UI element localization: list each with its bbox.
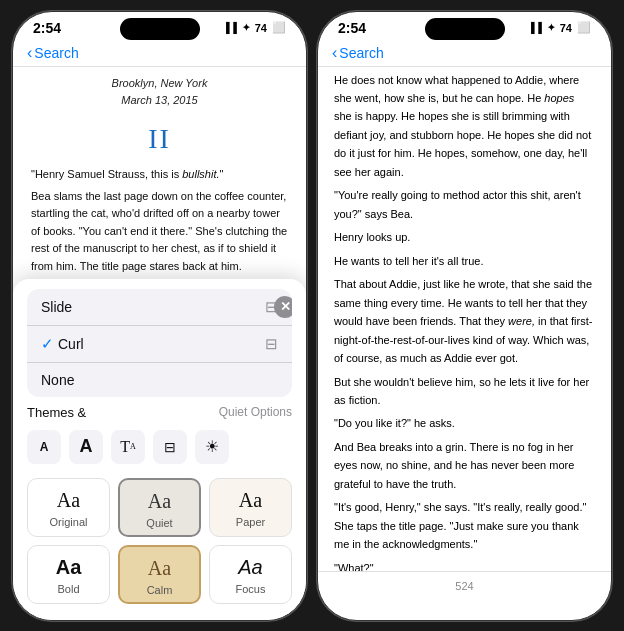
transition-curl-label: Curl <box>58 336 84 352</box>
theme-original-label: Original <box>50 516 88 528</box>
check-icon: ✓ <box>41 335 54 353</box>
nav-bar-left: ‹ Search <box>13 40 306 67</box>
back-label-right: Search <box>339 45 383 61</box>
status-icons-right: ▐▐ ✦ 74 ⬜ <box>528 21 591 34</box>
theme-calm-label: Calm <box>147 584 173 596</box>
themes-header: Themes & Quiet Options <box>27 405 292 420</box>
font-increase-button[interactable]: A <box>69 430 103 464</box>
time-right: 2:54 <box>338 20 366 36</box>
brightness-button[interactable]: ☀ <box>195 430 229 464</box>
theme-focus-aa: Aa <box>238 556 262 579</box>
left-phone: 2:54 ▐▐ ✦ 74 ⬜ ‹ Search Brooklyn, New Yo… <box>12 11 307 621</box>
chevron-right-icon: ‹ <box>332 44 337 62</box>
nav-bar-right: ‹ Search <box>318 40 611 67</box>
book-location-line1: Brooklyn, New York <box>31 75 288 92</box>
theme-focus-label: Focus <box>236 583 266 595</box>
back-label-left: Search <box>34 45 78 61</box>
transition-none-label: None <box>41 372 74 388</box>
theme-paper-aa: Aa <box>239 489 262 512</box>
transition-slide-label: Slide <box>41 299 72 315</box>
theme-bold-label: Bold <box>57 583 79 595</box>
chapter-number: II <box>31 117 288 160</box>
theme-original-aa: Aa <box>57 489 80 512</box>
time-left: 2:54 <box>33 20 61 36</box>
transition-curl[interactable]: ✓ Curl ⊟ <box>27 326 292 363</box>
right-book-text: He does not know what happened to Addie,… <box>334 71 595 575</box>
theme-focus[interactable]: Aa Focus <box>209 545 292 604</box>
status-icons-left: ▐▐ ✦ 74 ⬜ <box>223 21 286 34</box>
theme-calm-aa: Aa <box>148 557 171 580</box>
font-decrease-button[interactable]: A <box>27 430 61 464</box>
transition-slide[interactable]: Slide ⊟ ✕ <box>27 289 292 326</box>
book-content-wrapper-left: Brooklyn, New York March 13, 2015 II "He… <box>13 67 306 605</box>
themes-title: Themes & <box>27 405 86 420</box>
theme-paper[interactable]: Aa Paper <box>209 478 292 537</box>
close-transitions-button[interactable]: ✕ <box>274 296 292 318</box>
dynamic-island-right <box>425 18 505 40</box>
theme-bold[interactable]: Aa Bold <box>27 545 110 604</box>
back-button-right[interactable]: ‹ Search <box>332 44 384 62</box>
book-header: Brooklyn, New York March 13, 2015 <box>31 67 288 115</box>
theme-quiet-aa: Aa <box>148 490 171 513</box>
right-reading-content: He does not know what happened to Addie,… <box>318 67 611 575</box>
page-number: 524 <box>318 571 611 600</box>
chevron-left-icon: ‹ <box>27 44 32 62</box>
layout-button[interactable]: ⊟ <box>153 430 187 464</box>
theme-original[interactable]: Aa Original <box>27 478 110 537</box>
font-type-button[interactable]: TA <box>111 430 145 464</box>
font-controls: A A TA ⊟ ☀ <box>27 426 292 468</box>
quiet-option-label: Quiet Options <box>219 405 292 419</box>
bottom-panel: Slide ⊟ ✕ ✓ Curl ⊟ <box>13 279 306 620</box>
transition-none[interactable]: None <box>27 363 292 397</box>
back-button-left[interactable]: ‹ Search <box>27 44 79 62</box>
theme-quiet-label: Quiet <box>146 517 172 529</box>
theme-calm[interactable]: Aa Calm <box>118 545 201 604</box>
themes-grid: Aa Original Aa Quiet Aa Paper <box>27 478 292 604</box>
dynamic-island-left <box>120 18 200 40</box>
book-location-line2: March 13, 2015 <box>31 92 288 109</box>
transition-curl-icon: ⊟ <box>265 335 278 353</box>
theme-paper-label: Paper <box>236 516 265 528</box>
theme-quiet[interactable]: Aa Quiet <box>118 478 201 537</box>
right-phone: 2:54 ▐▐ ✦ 74 ⬜ ‹ Search He does not know… <box>317 11 612 621</box>
theme-bold-aa: Aa <box>56 556 82 579</box>
transition-options: Slide ⊟ ✕ ✓ Curl ⊟ <box>27 289 292 397</box>
